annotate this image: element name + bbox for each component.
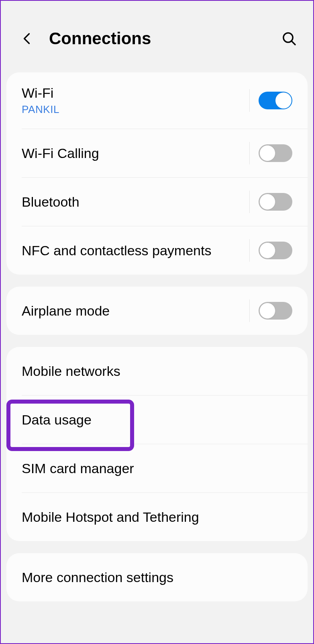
mobile-networks-label: Mobile networks (22, 363, 292, 379)
nfc-toggle[interactable] (259, 242, 292, 259)
wifi-row[interactable]: Wi-Fi PANKIL (6, 72, 308, 129)
svg-line-1 (292, 41, 295, 45)
divider-vertical (249, 89, 250, 112)
back-icon[interactable] (20, 31, 35, 46)
connections-group-2: Airplane mode (6, 287, 308, 335)
page-title: Connections (49, 29, 281, 48)
connections-group-4: More connection settings (6, 553, 308, 601)
sim-card-manager-row[interactable]: SIM card manager (6, 444, 308, 492)
wifi-toggle[interactable] (259, 92, 292, 109)
connections-group-3: Mobile networks Data usage SIM card mana… (6, 347, 308, 541)
more-settings-row[interactable]: More connection settings (6, 553, 308, 601)
wifi-calling-label: Wi-Fi Calling (22, 146, 249, 161)
airplane-mode-label: Airplane mode (22, 303, 249, 319)
bluetooth-toggle[interactable] (259, 193, 292, 211)
sim-card-manager-label: SIM card manager (22, 461, 292, 476)
airplane-mode-row[interactable]: Airplane mode (6, 287, 308, 335)
divider-vertical (249, 142, 250, 164)
bluetooth-label: Bluetooth (22, 194, 249, 210)
more-settings-label: More connection settings (22, 570, 292, 585)
nfc-label: NFC and contactless payments (22, 243, 249, 258)
airplane-mode-toggle[interactable] (259, 302, 292, 320)
bluetooth-row[interactable]: Bluetooth (6, 178, 308, 226)
data-usage-label: Data usage (22, 412, 292, 428)
divider-vertical (249, 299, 250, 322)
wifi-label: Wi-Fi (22, 85, 249, 101)
mobile-hotspot-row[interactable]: Mobile Hotspot and Tethering (6, 493, 308, 541)
mobile-hotspot-label: Mobile Hotspot and Tethering (22, 509, 292, 525)
nfc-row[interactable]: NFC and contactless payments (6, 226, 308, 275)
search-icon[interactable] (281, 31, 297, 47)
data-usage-row[interactable]: Data usage (6, 396, 308, 444)
wifi-calling-row[interactable]: Wi-Fi Calling (6, 129, 308, 177)
mobile-networks-row[interactable]: Mobile networks (6, 347, 308, 395)
wifi-calling-toggle[interactable] (259, 144, 292, 162)
divider-vertical (249, 191, 250, 213)
divider-vertical (249, 239, 250, 262)
wifi-network: PANKIL (22, 103, 249, 116)
connections-group-1: Wi-Fi PANKIL Wi-Fi Calling Bluetooth NFC… (6, 72, 308, 275)
